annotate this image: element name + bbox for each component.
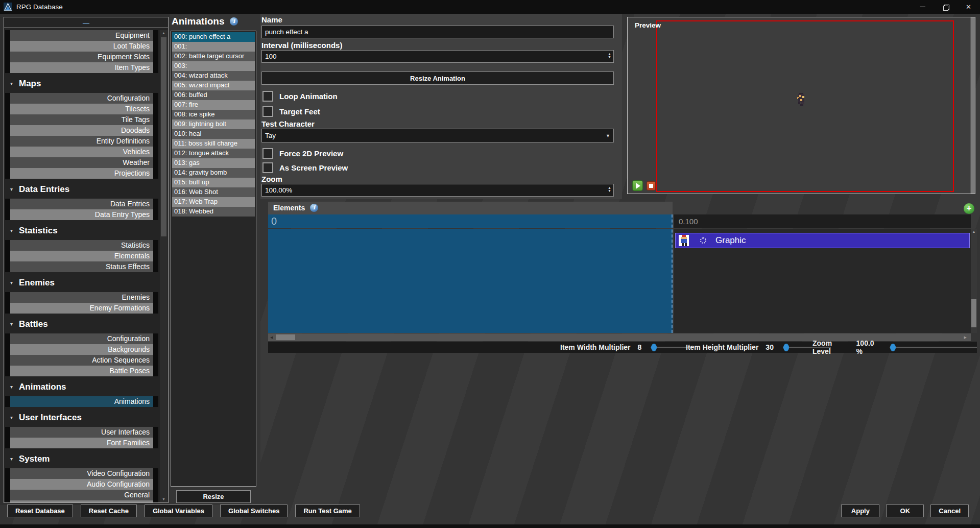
animation-list-item-001[interactable]: 001:	[172, 42, 255, 52]
global-variables-button[interactable]: Global Variables	[145, 505, 212, 517]
reset-cache-button[interactable]: Reset Cache	[81, 505, 137, 517]
scroll-right-icon[interactable]: ▶	[964, 335, 967, 340]
slider-thumb[interactable]	[783, 344, 789, 351]
sidebar-item-tilesets[interactable]: Tilesets	[10, 104, 153, 114]
sidebar-item-user-interfaces[interactable]: User Interfaces	[10, 427, 153, 438]
sidebar-item-equipment[interactable]: Equipment	[10, 30, 153, 41]
sidebar-group-data-entries[interactable]: ▾Data Entries	[4, 183, 168, 196]
sidebar-scrollbar-thumb[interactable]	[161, 37, 166, 236]
animation-list-item-007-fire[interactable]: 007: fire	[172, 100, 255, 110]
sidebar-item-localizations[interactable]: Localizations	[10, 500, 153, 502]
spinner-down-icon[interactable]: ▼	[608, 189, 611, 193]
sidebar-item-data-entry-types[interactable]: Data Entry Types	[10, 209, 153, 220]
checkbox-icon[interactable]	[262, 91, 273, 102]
sidebar-item-animations[interactable]: Animations	[10, 396, 153, 407]
animation-list-item-011-boss-skill-charge[interactable]: 011: boss skill charge	[172, 139, 255, 149]
test-character-dropdown[interactable]: Tay	[261, 129, 614, 142]
sidebar-item-weather[interactable]: Weather	[10, 157, 153, 168]
animation-list-item-014-gravity-bomb[interactable]: 014: gravity bomb	[172, 168, 255, 178]
minimize-button[interactable]	[911, 0, 934, 14]
sidebar-item-general[interactable]: General	[10, 490, 153, 500]
sidebar-item-audio-configuration[interactable]: Audio Configuration	[10, 479, 153, 490]
spinner-down-icon[interactable]: ▼	[608, 56, 611, 59]
add-element-button[interactable]: +	[964, 203, 974, 214]
preview-scrollbar[interactable]	[970, 17, 975, 194]
sidebar-item-projections[interactable]: Projections	[10, 168, 153, 179]
sidebar-item-backgrounds[interactable]: Backgrounds	[10, 344, 153, 355]
sidebar-item-tile-tags[interactable]: Tile Tags	[10, 114, 153, 125]
slider-track[interactable]	[890, 347, 977, 348]
sidebar-group-statistics[interactable]: ▾Statistics	[4, 224, 168, 237]
apply-button[interactable]: Apply	[841, 505, 879, 517]
sidebar-item-video-configuration[interactable]: Video Configuration	[10, 468, 153, 479]
target-feet-checkbox[interactable]: Target Feet	[262, 105, 320, 117]
zoom-input[interactable]	[261, 184, 614, 197]
sidebar-item-enemies[interactable]: Enemies	[10, 292, 153, 303]
dropdown-arrow-icon[interactable]: ▼	[606, 133, 610, 138]
sidebar-item-loot-tables[interactable]: Loot Tables	[10, 41, 153, 52]
animation-list-item-015-buff-up[interactable]: 015: buff up	[172, 178, 255, 187]
stop-button[interactable]	[647, 181, 656, 190]
scroll-down-icon[interactable]: ▼	[160, 497, 168, 501]
animation-list-item-010-heal[interactable]: 010: heal	[172, 129, 255, 139]
sidebar-group-animations[interactable]: ▾Animations	[4, 380, 168, 394]
play-button[interactable]	[632, 180, 643, 191]
sidebar-item-entity-definitions[interactable]: Entity Definitions	[10, 136, 153, 147]
run-test-game-button[interactable]: Run Test Game	[295, 505, 360, 517]
sidebar-item-battle-poses[interactable]: Battle Poses	[10, 366, 153, 376]
checkbox-icon[interactable]	[262, 162, 273, 173]
scroll-up-icon[interactable]: ▲	[971, 230, 977, 233]
info-icon[interactable]: i	[230, 17, 238, 26]
animation-list-item-012-tongue-attack[interactable]: 012: tongue attack	[172, 149, 255, 158]
sidebar-collapse-bar[interactable]: —	[4, 17, 168, 28]
animation-list-item-017-web-trap[interactable]: 017: Web Trap	[172, 197, 255, 207]
maximize-button[interactable]	[934, 0, 957, 14]
global-switches-button[interactable]: Global Switches	[220, 505, 288, 517]
slider-thumb[interactable]	[890, 344, 896, 351]
sidebar-item-status-effects[interactable]: Status Effects	[10, 261, 153, 272]
sidebar-item-font-families[interactable]: Font Families	[10, 438, 153, 448]
graphic-element-row[interactable]: Graphic	[675, 233, 970, 248]
animation-list-item-005-wizard-impact[interactable]: 005: wizard impact	[172, 81, 255, 90]
cancel-button[interactable]: Cancel	[930, 505, 969, 517]
reset-database-button[interactable]: Reset Database	[7, 505, 73, 517]
sidebar-item-elementals[interactable]: Elementals	[10, 251, 153, 261]
ok-button[interactable]: OK	[886, 505, 924, 517]
animation-list-item-008-ice-spike[interactable]: 008: ice spike	[172, 110, 255, 119]
animation-list-item-003[interactable]: 003:	[172, 61, 255, 71]
checkbox-icon[interactable]	[262, 148, 273, 159]
close-button[interactable]: ✕	[957, 0, 980, 14]
sidebar-group-enemies[interactable]: ▾Enemies	[4, 276, 168, 290]
sidebar-item-item-types[interactable]: Item Types	[10, 62, 153, 73]
sidebar-group-maps[interactable]: ▾Maps	[4, 77, 168, 90]
animation-list-item-018-webbed[interactable]: 018: Webbed	[172, 207, 255, 217]
interval-input[interactable]	[261, 50, 614, 63]
scroll-up-icon[interactable]: ▲	[160, 31, 168, 35]
elements-vscroll-thumb[interactable]	[971, 299, 976, 327]
sidebar-scrollbar[interactable]: ▲ ▼	[160, 30, 168, 502]
slider-thumb[interactable]	[651, 344, 657, 351]
sidebar-item-data-entries[interactable]: Data Entries	[10, 199, 153, 209]
sidebar-item-doodads[interactable]: Doodads	[10, 125, 153, 136]
elements-vertical-scrollbar[interactable]: ▲	[971, 229, 977, 333]
resize-list-button[interactable]: Resize	[176, 490, 251, 503]
name-input[interactable]	[261, 26, 614, 38]
sidebar-group-user-interfaces[interactable]: ▾User Interfaces	[4, 411, 168, 424]
timeline-frame-header[interactable]: 0	[268, 214, 673, 228]
sidebar-item-vehicles[interactable]: Vehicles	[10, 147, 153, 157]
sidebar-item-action-sequences[interactable]: Action Sequences	[10, 355, 153, 366]
sidebar-item-configuration[interactable]: Configuration	[10, 333, 153, 344]
checkbox-icon[interactable]	[262, 106, 273, 117]
sidebar-group-system[interactable]: ▾System	[4, 452, 168, 466]
force-2d-preview-checkbox[interactable]: Force 2D Preview	[262, 147, 343, 159]
resize-animation-button[interactable]: Resize Animation	[261, 71, 614, 85]
sidebar-group-battles[interactable]: ▾Battles	[4, 318, 168, 331]
animation-list-item-013-gas[interactable]: 013: gas	[172, 158, 255, 168]
animation-list-item-006-buffed[interactable]: 006: buffed	[172, 90, 255, 100]
sidebar-item-equipment-slots[interactable]: Equipment Slots	[10, 52, 153, 62]
animation-list-item-000-punch-effect-a[interactable]: 000: punch effect a	[172, 32, 255, 42]
animation-list-item-004-wizard-attack[interactable]: 004: wizard attack	[172, 71, 255, 81]
as-screen-preview-checkbox[interactable]: As Screen Preview	[262, 161, 348, 174]
elements-hscroll-thumb[interactable]	[276, 334, 295, 340]
selected-frame-block[interactable]	[268, 229, 673, 333]
